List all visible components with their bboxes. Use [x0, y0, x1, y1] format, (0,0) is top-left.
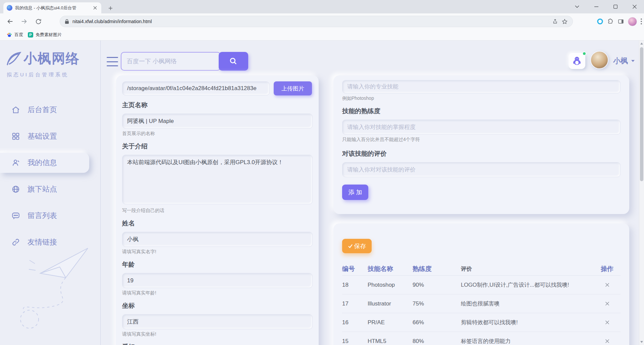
delete-skill-icon[interactable]: [603, 299, 611, 308]
table-header-row: 编号 技能名称 熟练度 评价 操作: [342, 262, 621, 276]
proficiency-hint: 只能输入百分比并且不能超过4个字符: [342, 137, 621, 143]
delete-skill-icon[interactable]: [603, 281, 611, 289]
browser-titlebar: 我的信息 - 小枫拟态ui4.0后台管: [0, 0, 644, 13]
table-row: 17 Illustrator 75% 绘图也很腻害噢: [342, 294, 621, 313]
extension-circle-icon[interactable]: [597, 18, 603, 25]
tab-title: 我的信息 - 小枫拟态ui4.0后台管: [15, 5, 89, 11]
bookmark-free-images[interactable]: P 免费素材图片: [28, 32, 62, 38]
forward-icon[interactable]: [18, 15, 30, 27]
name-hint: 请填写真实名字!: [122, 249, 313, 255]
kebab-menu-icon[interactable]: [641, 18, 642, 24]
paw-icon: [7, 32, 12, 38]
table-row: 18 Photoshop 90% LOGO制作,UI设计,广告设计...都可以找…: [342, 276, 621, 294]
tab-close-icon[interactable]: [92, 5, 98, 11]
url-text: nitai4.xfwl.club/admin/information.html: [72, 19, 549, 24]
add-skill-card: 例如Photoshop 技能的熟练度 只能输入百分比并且不能超过4个字符 对该技…: [333, 75, 629, 214]
evaluation-input[interactable]: [342, 162, 621, 177]
table-row: 15 HTML5 80% 标签语言的使用能力: [342, 332, 621, 345]
user-menu[interactable]: 小枫: [613, 56, 635, 66]
sidebar-item-sites[interactable]: 旗下站点: [0, 179, 101, 199]
name-label: 姓名: [122, 219, 313, 228]
browser-toolbar: nitai4.xfwl.club/admin/information.html: [0, 13, 644, 29]
p-icon: P: [28, 32, 33, 38]
brand-title: 小枫网络: [23, 49, 80, 68]
toolbar-extensions-area: [597, 15, 642, 27]
about-textarea[interactable]: 本站前端源代码以及UI图由小枫原创，采用GPL3.0开源协议！: [122, 155, 313, 204]
home-name-label: 主页名称: [122, 101, 313, 110]
site-favicon-icon: [7, 5, 12, 11]
sidebar-item-settings[interactable]: 基础设置: [0, 126, 101, 146]
about-label: 关于介绍: [122, 142, 313, 151]
about-hint: 写一段介绍自己的话: [122, 208, 313, 214]
age-input[interactable]: [122, 273, 313, 288]
search-icon: [229, 57, 238, 66]
maximize-button[interactable]: [606, 0, 625, 13]
skill-name-input[interactable]: [342, 80, 621, 93]
address-bar[interactable]: nitai4.xfwl.club/admin/information.html: [60, 16, 573, 27]
grid-icon: [11, 132, 20, 141]
add-skill-button[interactable]: 添 加: [342, 185, 368, 200]
caret-down-icon: [631, 60, 635, 62]
close-window-button[interactable]: [625, 0, 644, 13]
name-input[interactable]: [122, 232, 313, 247]
scroll-down-icon[interactable]: [640, 341, 643, 343]
delete-skill-icon[interactable]: [603, 337, 611, 345]
home-name-input[interactable]: [122, 114, 313, 129]
brand-logo: 小枫网络 拟态UI后台管理系统: [5, 49, 99, 78]
paper-airplane-decoration: [0, 201, 101, 342]
sidebar-item-dashboard[interactable]: 后台首页: [0, 100, 101, 120]
scroll-up-icon[interactable]: [640, 43, 643, 45]
site-search: [121, 52, 248, 71]
sidebar: 小枫网络 拟态UI后台管理系统 后台首页 基础设置 我的信息 旗下站点: [0, 41, 101, 345]
qq-contact-button[interactable]: [569, 53, 585, 69]
online-status-dot: [582, 52, 586, 56]
user-icon: [11, 158, 20, 167]
home-icon: [11, 106, 20, 114]
admin-page: 小枫网络 拟态UI后台管理系统 后台首页 基础设置 我的信息 旗下站点: [0, 41, 644, 345]
upload-image-button[interactable]: 上传图片: [274, 81, 312, 95]
lock-icon: [65, 19, 69, 24]
avatar-path-input[interactable]: [122, 81, 270, 95]
new-tab-button[interactable]: [106, 4, 115, 12]
proficiency-label: 技能的熟练度: [342, 107, 621, 116]
user-avatar[interactable]: [590, 51, 608, 69]
location-hint: 请填写真实坐标!: [122, 331, 313, 337]
bookmark-baidu[interactable]: 百度: [7, 32, 23, 38]
qq-penguin-icon: [572, 56, 582, 66]
profile-card: 上传图片 主页名称 首页展示的名称 关于介绍 本站前端源代码以及UI图由小枫原创…: [116, 75, 319, 345]
age-label: 年龄: [122, 260, 313, 269]
back-icon[interactable]: [4, 15, 16, 27]
hamburger-menu-icon[interactable]: [107, 57, 118, 66]
search-button[interactable]: [219, 52, 248, 71]
extensions-puzzle-icon[interactable]: [607, 18, 614, 25]
location-label: 坐标: [122, 301, 313, 310]
bookmarks-bar: 百度 P 免费素材图片: [0, 29, 644, 41]
scrollbar-thumb[interactable]: [640, 47, 643, 181]
age-hint: 请填写真实年龄!: [122, 290, 313, 296]
save-button[interactable]: 保存: [342, 239, 372, 253]
minimize-button[interactable]: [587, 0, 606, 13]
side-panel-icon[interactable]: [618, 18, 624, 25]
location-input[interactable]: [122, 314, 313, 329]
home-name-hint: 首页展示的名称: [122, 131, 313, 137]
logo-feather-icon: [5, 50, 22, 67]
skill-name-hint: 例如Photoshop: [342, 95, 621, 101]
brand-subtitle: 拟态UI后台管理系统: [7, 72, 99, 78]
browser-tab[interactable]: 我的信息 - 小枫拟态ui4.0后台管: [3, 2, 101, 13]
share-icon[interactable]: [552, 18, 558, 24]
sidebar-item-my-info[interactable]: 我的信息: [0, 153, 89, 173]
bookmark-star-icon[interactable]: [561, 18, 568, 25]
skills-table-card: 保存 编号 技能名称 熟练度 评价 操作 18 Photoshop 90% LO…: [333, 223, 629, 345]
refresh-icon[interactable]: [32, 15, 44, 27]
search-input[interactable]: [121, 52, 221, 71]
delete-skill-icon[interactable]: [603, 318, 611, 327]
proficiency-input[interactable]: [342, 120, 621, 135]
window-menu-chevron-icon[interactable]: [568, 0, 587, 13]
hobby-label: 爱好: [122, 343, 313, 345]
skills-table: 编号 技能名称 熟练度 评价 操作 18 Photoshop 90% LOGO制…: [342, 262, 621, 345]
browser-profile-avatar[interactable]: [628, 17, 637, 26]
table-row: 16 PR/AE 66% 剪辑特效都可以找我噢!: [342, 313, 621, 332]
window-controls: [568, 0, 644, 13]
evaluation-label: 对该技能的评价: [342, 149, 621, 158]
page-scrollbar[interactable]: [639, 41, 644, 345]
